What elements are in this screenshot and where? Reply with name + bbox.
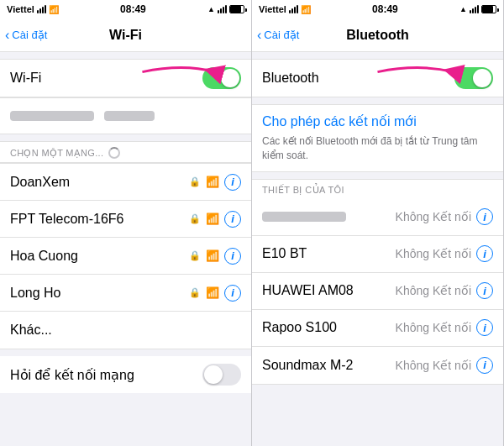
loading-spinner [108,147,120,159]
ask-join-section: Hỏi để kết nối mạng [0,356,251,393]
device-status-row: Không Kết nối i [396,245,493,262]
device-status: Không Kết nối [396,321,471,334]
device-name: E10 BT [262,246,396,261]
time-label: 08:49 [372,3,398,15]
wifi-back-label: Cài đặt [12,29,47,41]
device-status-row: Không Kết nối i [396,208,493,225]
bluetooth-back-button[interactable]: ‹ Cài đặt [257,28,299,43]
ask-join-row: Hỏi để kết nối mạng [0,356,251,393]
status-left: Viettel 📶 [259,4,311,14]
time-label: 08:49 [120,3,146,15]
network-icons: 🔒 📶 i [189,248,241,265]
info-button[interactable]: i [224,174,241,191]
chevron-icon: ‹ [257,28,261,43]
toggle-knob [204,365,223,384]
device-status-row: Không Kết nối i [396,319,493,336]
wifi-label: Wi-Fi [10,71,202,86]
toggle-knob [473,69,491,87]
network-list: DoanXem 🔒 📶 i FPT Telecom-16F6 🔒 📶 i Hoa… [0,163,251,349]
status-right: ▲ [207,5,244,13]
list-item[interactable]: Soundmax M-2 Không Kết nối i [252,347,503,384]
lock-icon: 🔒 [189,176,201,187]
list-item[interactable]: DoanXem 🔒 📶 i [0,164,251,201]
info-button[interactable]: i [224,285,241,302]
signal-bars-right [218,5,227,13]
wifi-toggle[interactable] [202,67,241,89]
network-icons: 🔒 📶 i [189,285,241,302]
info-button[interactable]: i [476,319,493,336]
info-button[interactable]: i [476,245,493,262]
network-icons: 🔒 📶 i [189,174,241,191]
list-item[interactable]: E10 BT Không Kết nối i [252,236,503,273]
info-button[interactable]: i [476,208,493,225]
battery-icon [481,5,496,13]
choose-network-section: CHỌN MỘT MẠNG... [0,141,251,163]
list-item[interactable]: HUAWEI AM08 Không Kết nối i [252,273,503,310]
connected-network-row [0,97,251,134]
list-item[interactable]: Rapoo S100 Không Kết nối i [252,310,503,347]
wifi-strength-icon: 📶 [206,286,219,299]
wifi-nav-bar: ‹ Cài đặt Wi-Fi [0,18,251,52]
device-list: THIẾT BỊ CỦA TÔI Không Kết nối i E10 BT … [252,179,503,385]
allow-new-title: Cho phép các kết nối mới [262,113,493,129]
network-name: FPT Telecom-16F6 [10,212,189,227]
signal-bars-right [470,5,479,13]
wifi-icon: 📶 [49,5,59,14]
network-name: Long Ho [10,286,189,301]
wifi-panel: Viettel 📶 08:49 ▲ ‹ [0,0,252,446]
ask-join-label: Hỏi để kết nối mạng [10,367,202,383]
signal-bars [289,5,298,13]
list-item[interactable]: FPT Telecom-16F6 🔒 📶 i [0,201,251,238]
list-item[interactable]: Long Ho 🔒 📶 i [0,275,251,312]
list-item[interactable]: Không Kết nối i [252,199,503,236]
lock-icon: 🔒 [189,287,201,298]
wifi-toggle-section: Wi-Fi [0,59,251,97]
allow-new-section: Cho phép các kết nối mới Các kết nối Blu… [252,104,503,172]
info-button[interactable]: i [476,282,493,299]
device-name: Rapoo S100 [262,320,396,335]
network-name: DoanXem [10,175,189,190]
toggle-knob [221,69,239,87]
info-button[interactable]: i [224,248,241,265]
device-name-blur [262,212,346,222]
wifi-toggle-row: Wi-Fi [0,60,251,97]
carrier-label: Viettel [7,4,34,14]
info-button[interactable]: i [224,211,241,228]
bluetooth-toggle[interactable] [454,67,493,89]
device-status: Không Kết nối [396,247,471,260]
info-button[interactable]: i [476,357,493,374]
status-left: Viettel 📶 [7,4,59,14]
list-item[interactable]: Khác... [0,312,251,349]
carrier-label: Viettel [259,4,286,14]
network-name: Khác... [10,323,241,338]
lock-icon: 🔒 [189,250,201,261]
my-devices-header: THIẾT BỊ CỦA TÔI [252,180,503,199]
list-item[interactable]: Hoa Cuong 🔒 📶 i [0,238,251,275]
status-right: ▲ [459,5,496,13]
wifi-page-title: Wi-Fi [109,28,142,43]
device-status-row: Không Kết nối i [396,357,493,374]
network-name-blur [10,111,94,121]
bluetooth-toggle-section: Bluetooth [252,59,503,97]
wifi-strength-icon: 📶 [206,213,219,225]
chevron-icon: ‹ [5,28,9,43]
bluetooth-label: Bluetooth [262,71,454,86]
signal-bars [37,5,46,13]
device-status-row: Không Kết nối i [396,282,493,299]
network-name: Hoa Cuong [10,249,189,264]
device-name: Soundmax M-2 [262,358,396,373]
bluetooth-page-title: Bluetooth [346,28,409,43]
lock-icon: 🔒 [189,213,201,224]
device-status: Không Kết nối [396,284,471,297]
bluetooth-toggle-row: Bluetooth [252,60,503,97]
ask-join-toggle[interactable] [202,364,241,386]
choose-label: CHỌN MỘT MẠNG... [0,142,251,162]
device-name: HUAWEI AM08 [262,283,396,298]
status-bar: Viettel 📶 08:49 ▲ [252,0,503,18]
bluetooth-nav-bar: ‹ Cài đặt Bluetooth [252,18,503,52]
location-icon: ▲ [459,5,467,13]
bluetooth-panel: Viettel 📶 08:49 ▲ ‹ [252,0,504,446]
wifi-icon: 📶 [301,5,311,14]
wifi-back-button[interactable]: ‹ Cài đặt [5,28,47,43]
bt-back-label: Cài đặt [264,29,299,41]
